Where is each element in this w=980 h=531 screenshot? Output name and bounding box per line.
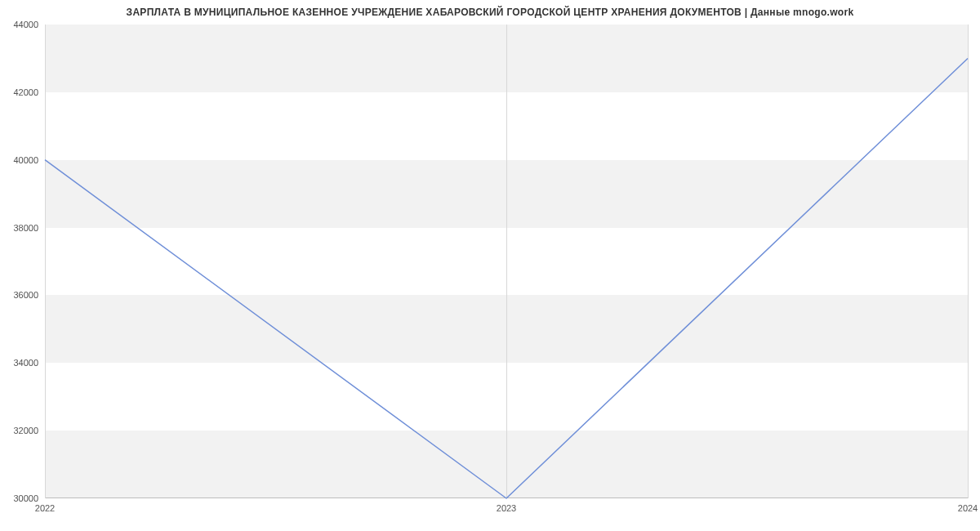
y-tick-label: 34000 (13, 358, 45, 368)
grid-vertical (968, 25, 969, 498)
y-tick-label: 44000 (13, 20, 45, 29)
y-tick-label: 36000 (13, 290, 45, 300)
y-tick-label: 32000 (13, 426, 45, 435)
chart-container: ЗАРПЛАТА В МУНИЦИПАЛЬНОЕ КАЗЕННОЕ УЧРЕЖД… (0, 0, 980, 531)
chart-title: ЗАРПЛАТА В МУНИЦИПАЛЬНОЕ КАЗЕННОЕ УЧРЕЖД… (0, 7, 980, 18)
y-tick-label: 42000 (13, 87, 45, 97)
x-tick-label: 2024 (958, 498, 978, 513)
series-line (45, 25, 968, 498)
x-tick-label: 2023 (497, 498, 516, 513)
y-tick-label: 40000 (13, 155, 45, 165)
x-tick-label: 2022 (35, 498, 55, 513)
plot-area: 3000032000340003600038000400004200044000… (45, 25, 968, 498)
y-tick-label: 38000 (13, 223, 45, 233)
